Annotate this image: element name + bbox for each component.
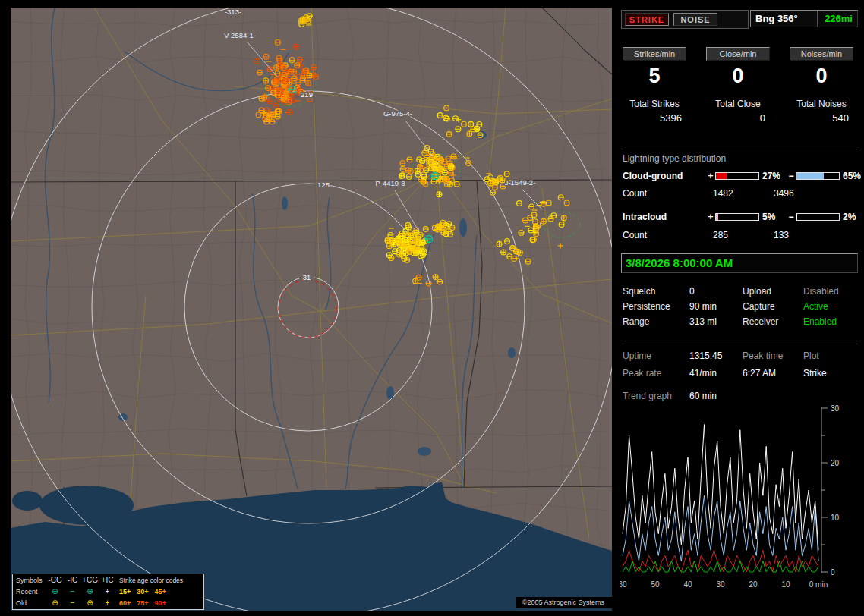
- cloud-ground-count-row: Count 1482 3496: [616, 188, 864, 200]
- svg-text:40: 40: [683, 580, 692, 589]
- svg-text:V-2584-1-: V-2584-1-: [224, 31, 256, 39]
- peak-rate-value: 41/min: [689, 366, 743, 381]
- total-noises-label: Total Noises: [790, 99, 853, 109]
- distribution-title: Lightning type distribution: [623, 153, 726, 164]
- plot-label: Plot: [803, 348, 864, 363]
- mode-button-group: STRIKE NOISE: [621, 10, 749, 29]
- ic-positive-pct: 5%: [759, 212, 787, 222]
- svg-text:50: 50: [651, 580, 660, 589]
- upload-status: Disabled: [803, 284, 864, 299]
- total-close-value: 0: [706, 112, 770, 124]
- capture-status: Active: [803, 299, 864, 314]
- map-graphics: V-2584-1-G-975-4-P-4419-8J-1549-2--313-2…: [11, 8, 612, 611]
- total-strikes-value: 5396: [623, 112, 686, 124]
- total-strikes-label: Total Strikes: [623, 99, 686, 109]
- stats-row-1: Uptime 1315:45 Peak time Plot: [616, 348, 864, 363]
- persistence-value: 90 min: [689, 299, 743, 314]
- legend-recent-label: Recent: [13, 586, 46, 598]
- trend-graph-value: 60 min: [689, 388, 743, 404]
- svg-text:10: 10: [781, 580, 790, 589]
- map-legend: Symbols -CG-IC+CG+IC Strike age color co…: [12, 574, 204, 610]
- legend-symbols-header: Symbols: [13, 575, 46, 586]
- trend-graph-label: Trend graph: [623, 388, 689, 404]
- strikes-per-min-label: Strikes/min: [634, 49, 675, 58]
- total-noises-value: 540: [790, 112, 853, 124]
- cg-positive-pct: 27%: [759, 171, 787, 181]
- cloud-ground-label: Cloud-ground: [623, 171, 706, 181]
- svg-text:125: 125: [317, 181, 330, 189]
- legend-old-glyphs: ⊖−⊕+: [46, 597, 119, 609]
- svg-text:G-975-4-: G-975-4-: [383, 109, 412, 118]
- squelch-label: Squelch: [623, 284, 689, 299]
- legend-old-label: Old: [13, 598, 46, 609]
- divider: [621, 149, 858, 149]
- strikes-per-min-box[interactable]: Strikes/min: [623, 47, 686, 61]
- strikes-per-min-value: 5: [623, 64, 686, 88]
- minus-sign: −: [787, 171, 796, 181]
- copyright-text: ©2005 Astrogenic Systems: [516, 597, 612, 608]
- ic-negative-pct: 2%: [840, 212, 864, 222]
- svg-text:20: 20: [831, 459, 840, 467]
- legend-recent-ages: 15+30+45+: [119, 586, 203, 598]
- lightning-map[interactable]: V-2584-1-G-975-4-P-4419-8J-1549-2--313-2…: [11, 8, 612, 611]
- cg-negative-pct: 65%: [840, 171, 864, 181]
- legend-old-row: Old ⊖−⊕+ 60+75+90+: [13, 597, 203, 608]
- svg-text:60: 60: [620, 580, 627, 589]
- legend-recent-glyphs: ⊖−⊕+: [46, 586, 119, 598]
- legend-age-header: Strike age color codes: [119, 575, 203, 586]
- uptime-value: 1315:45: [689, 348, 743, 363]
- intracloud-count-row: Count 285 133: [616, 230, 864, 241]
- settings-row-squelch: Squelch 0 Upload Disabled: [616, 284, 864, 299]
- receiver-label: Receiver: [743, 314, 803, 329]
- datetime-display: 3/8/2026 8:00:00 AM: [621, 253, 858, 273]
- minus-sign: −: [787, 212, 796, 222]
- trend-chart: 01020306050403020100 min: [620, 404, 862, 604]
- count-label: Count: [623, 230, 706, 241]
- receiver-status: Enabled: [803, 314, 864, 329]
- settings-row-range: Range 313 mi Receiver Enabled: [616, 314, 864, 329]
- svg-text:30: 30: [831, 404, 840, 413]
- side-panel: STRIKE NOISE Bng 356° 226mi Strikes/min …: [616, 0, 864, 616]
- peak-rate-label: Peak rate: [623, 366, 689, 381]
- close-per-min-label: Close/min: [720, 49, 757, 58]
- uptime-label: Uptime: [623, 348, 689, 363]
- legend-header-row: Symbols -CG-IC+CG+IC Strike age color co…: [13, 574, 203, 586]
- settings-row-persistence: Persistence 90 min Capture Active: [616, 299, 864, 314]
- svg-text:0 min: 0 min: [809, 580, 828, 589]
- svg-text:30: 30: [716, 580, 725, 589]
- squelch-value: 0: [689, 284, 743, 299]
- cg-positive-bar: [715, 172, 759, 180]
- svg-text:10: 10: [831, 514, 840, 522]
- upload-label: Upload: [743, 284, 803, 299]
- count-label: Count: [623, 188, 706, 200]
- noises-per-min-value: 0: [790, 64, 853, 88]
- range-label: Range: [623, 314, 689, 329]
- trend-graph-row: Trend graph 60 min: [616, 388, 864, 404]
- close-per-min-box[interactable]: Close/min: [706, 47, 770, 61]
- ic-positive-count: 285: [706, 230, 767, 241]
- svg-text:0: 0: [831, 568, 835, 577]
- noise-button[interactable]: NOISE: [673, 13, 717, 26]
- persistence-label: Persistence: [623, 299, 689, 314]
- bearing-value: Bng 356°: [751, 11, 818, 27]
- close-per-min-value: 0: [706, 64, 770, 88]
- range-value: 313 mi: [689, 314, 743, 329]
- divider: [621, 341, 858, 341]
- ic-negative-bar: [796, 213, 840, 221]
- legend-type-headers: -CG-IC+CG+IC: [46, 574, 119, 586]
- noises-per-min-box[interactable]: Noises/min: [790, 47, 853, 61]
- cloud-ground-row: Cloud-ground + 27% − 65%: [616, 170, 864, 182]
- legend-old-ages: 60+75+90+: [119, 598, 203, 609]
- svg-text:-313-: -313-: [225, 8, 241, 16]
- strike-button[interactable]: STRIKE: [625, 13, 669, 26]
- svg-text:20: 20: [749, 580, 758, 589]
- total-close-label: Total Close: [706, 99, 770, 109]
- plus-sign: +: [706, 171, 715, 181]
- ic-negative-count: 133: [767, 230, 864, 241]
- bearing-distance: 226mi: [818, 13, 857, 24]
- legend-recent-row: Recent ⊖−⊕+ 15+30+45+: [13, 586, 203, 597]
- intracloud-row: Intracloud + 5% − 2%: [616, 211, 864, 223]
- svg-text:J-1549-2-: J-1549-2-: [505, 178, 536, 187]
- capture-label: Capture: [743, 299, 803, 314]
- ic-positive-bar: [715, 213, 759, 221]
